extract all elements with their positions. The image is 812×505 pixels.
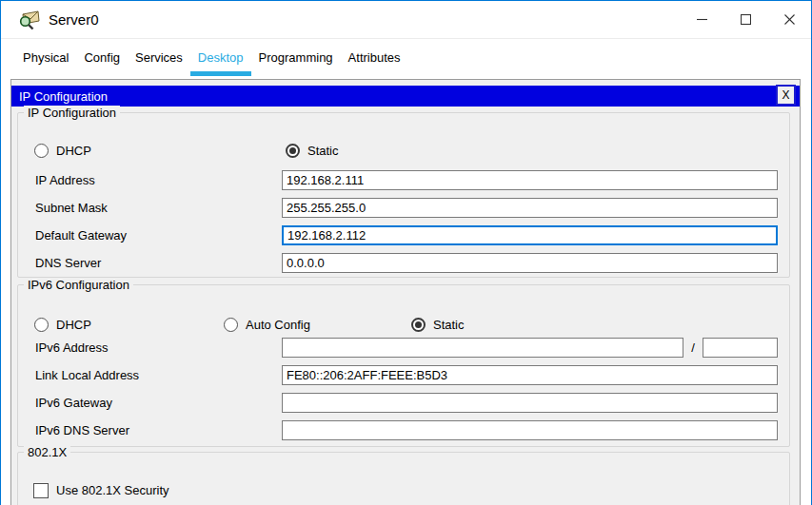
ipv4-static-radio[interactable]: Static bbox=[286, 143, 339, 158]
ipv6-dhcp-radio[interactable]: DHCP bbox=[34, 317, 91, 332]
ipv6-gateway-label: IPv6 Gateway bbox=[35, 396, 282, 410]
dns-server-input[interactable] bbox=[282, 253, 778, 273]
ipv6-dhcp-label: DHCP bbox=[56, 318, 91, 332]
ip-address-input[interactable] bbox=[282, 170, 778, 190]
ipv6-dns-server-input[interactable] bbox=[282, 420, 778, 440]
ipv6-static-radio[interactable]: Static bbox=[411, 317, 465, 332]
ipv4-dhcp-label: DHCP bbox=[56, 144, 91, 158]
ipv6-configuration-group: IPv6 Configuration DHCP Auto Config Stat… bbox=[17, 284, 790, 447]
packet-tracer-icon bbox=[19, 9, 41, 30]
ip-configuration-subwindow-titlebar[interactable]: IP Configuration bbox=[11, 86, 800, 107]
ipv6-address-input[interactable] bbox=[282, 338, 683, 358]
use-dot1x-security-label: Use 802.1X Security bbox=[56, 483, 169, 497]
default-gateway-row: Default Gateway bbox=[35, 225, 778, 245]
subwindow-close-button[interactable]: X bbox=[776, 85, 796, 106]
prefix-separator: / bbox=[683, 340, 703, 355]
use-dot1x-security-checkbox[interactable]: Use 802.1X Security bbox=[33, 482, 169, 498]
tab-config[interactable]: Config bbox=[76, 40, 128, 76]
radio-icon bbox=[224, 318, 238, 332]
ipv6-gateway-row: IPv6 Gateway bbox=[35, 393, 778, 413]
ipv6-autoconfig-radio[interactable]: Auto Config bbox=[224, 317, 310, 332]
ipv6-address-label: IPv6 Address bbox=[35, 340, 282, 355]
close-button[interactable] bbox=[767, 1, 811, 38]
tab-bar: Physical Config Services Desktop Program… bbox=[2, 40, 812, 76]
radio-icon bbox=[411, 318, 426, 332]
tab-attributes[interactable]: Attributes bbox=[341, 40, 408, 76]
tab-services[interactable]: Services bbox=[128, 40, 190, 76]
dns-server-label: DNS Server bbox=[35, 256, 282, 270]
radio-icon bbox=[34, 318, 49, 332]
ipv4-static-label: Static bbox=[307, 144, 339, 158]
subnet-mask-input[interactable] bbox=[282, 198, 778, 218]
ipv6-gateway-input[interactable] bbox=[282, 393, 778, 413]
ip-configuration-group: IP Configuration DHCP Static IP Address … bbox=[17, 112, 790, 278]
minimize-icon bbox=[697, 14, 707, 25]
desktop-panel: IP Configuration X IP Configuration DHCP… bbox=[10, 79, 801, 505]
ipv6-configuration-legend: IPv6 Configuration bbox=[24, 278, 133, 292]
dot1x-legend: 802.1X bbox=[24, 445, 70, 459]
default-gateway-label: Default Gateway bbox=[35, 228, 282, 243]
maximize-icon bbox=[741, 14, 751, 25]
link-local-address-row: Link Local Address bbox=[35, 365, 778, 385]
ipv4-dhcp-radio[interactable]: DHCP bbox=[34, 143, 91, 158]
title-bar: Server0 bbox=[1, 1, 811, 39]
window-controls bbox=[680, 1, 811, 38]
tab-physical[interactable]: Physical bbox=[15, 40, 76, 76]
close-icon bbox=[784, 14, 795, 25]
ipv6-static-label: Static bbox=[433, 318, 465, 332]
dot1x-group: 802.1X Use 802.1X Security bbox=[17, 452, 790, 505]
window-title: Server0 bbox=[49, 11, 99, 28]
ipv6-dns-server-label: IPv6 DNS Server bbox=[35, 423, 282, 437]
ipv6-prefix-input[interactable] bbox=[703, 338, 778, 358]
ipv6-address-row: IPv6 Address / bbox=[35, 338, 778, 358]
subwindow-title: IP Configuration bbox=[19, 89, 108, 104]
link-local-address-input[interactable] bbox=[282, 365, 778, 385]
default-gateway-input[interactable] bbox=[282, 225, 778, 245]
radio-icon bbox=[286, 144, 300, 158]
dns-server-row: DNS Server bbox=[35, 253, 778, 273]
ip-configuration-legend: IP Configuration bbox=[24, 106, 120, 120]
tab-programming[interactable]: Programming bbox=[251, 40, 341, 76]
ipv6-dns-server-row: IPv6 DNS Server bbox=[35, 420, 778, 440]
link-local-address-label: Link Local Address bbox=[35, 368, 282, 382]
checkbox-icon bbox=[33, 483, 49, 498]
subnet-mask-label: Subnet Mask bbox=[35, 201, 282, 215]
ip-address-label: IP Address bbox=[35, 173, 282, 187]
server-device-window: Server0 Physical Config Services Desktop… bbox=[0, 0, 812, 505]
subnet-mask-row: Subnet Mask bbox=[35, 198, 778, 218]
radio-icon bbox=[34, 144, 49, 158]
minimize-button[interactable] bbox=[680, 1, 723, 38]
tab-desktop[interactable]: Desktop bbox=[190, 40, 251, 76]
maximize-button[interactable] bbox=[723, 1, 767, 38]
ipv6-autoconfig-label: Auto Config bbox=[246, 318, 310, 332]
ip-address-row: IP Address bbox=[35, 170, 778, 190]
